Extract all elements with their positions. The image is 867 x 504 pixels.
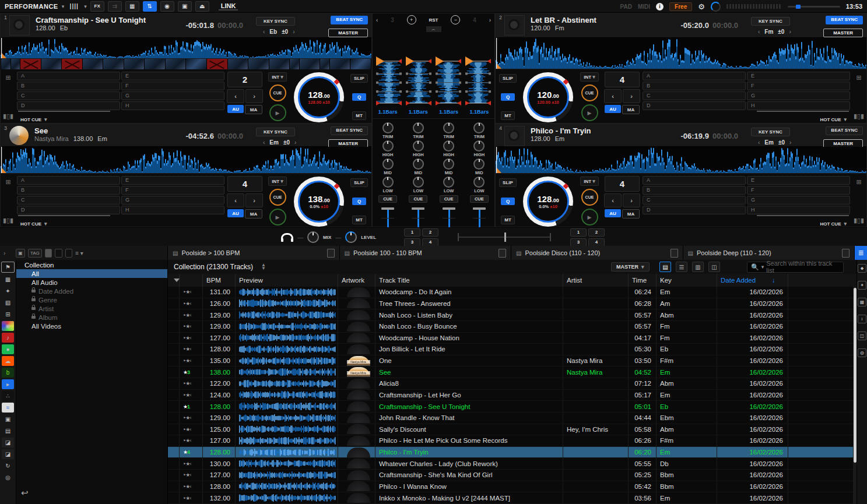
headphone-level-knob[interactable] bbox=[345, 231, 357, 243]
key-down-arrow[interactable]: ‹ bbox=[263, 29, 265, 35]
play-button[interactable]: ▶ bbox=[581, 209, 598, 225]
soundcloud-icon[interactable]: ☁ bbox=[2, 356, 14, 366]
tree-item-all[interactable]: All bbox=[16, 269, 167, 278]
tag-filter-button[interactable]: TAG bbox=[28, 249, 42, 258]
slip-button[interactable]: SLIP bbox=[350, 178, 368, 187]
collection-sort-icon[interactable]: ▲▼ bbox=[261, 263, 266, 271]
assign-button-1[interactable]: 1 bbox=[570, 228, 587, 237]
view-split-icon[interactable]: ◫ bbox=[708, 262, 720, 272]
matching-icon[interactable]: ▦ bbox=[858, 298, 866, 306]
pad-view-icon[interactable]: ⊞ bbox=[856, 74, 861, 82]
assign-button-4[interactable]: 4 bbox=[422, 238, 438, 246]
slip-button[interactable]: SLIP bbox=[499, 178, 517, 187]
beat-jump-fwd-button[interactable]: › bbox=[245, 89, 263, 103]
assign-button-2[interactable]: 2 bbox=[588, 228, 605, 237]
cell-preview-waveform[interactable] bbox=[239, 288, 336, 296]
streaming-red-icon[interactable]: ♪ bbox=[2, 333, 14, 343]
beat-jump-fwd-button[interactable]: › bbox=[245, 193, 263, 207]
plan-badge[interactable]: Free bbox=[669, 2, 692, 11]
hot-cue-pad-E[interactable]: E bbox=[121, 176, 224, 185]
track-row-16[interactable]: ‣★‹130.00Whatever Charles - Lady (Club R… bbox=[168, 458, 857, 470]
quantize-button[interactable]: Q bbox=[501, 93, 515, 101]
deck-waveform[interactable] bbox=[1, 147, 371, 174]
master-deck-dropdown[interactable]: MASTER▾ bbox=[611, 262, 650, 272]
cell-preview-waveform[interactable] bbox=[239, 437, 336, 445]
low-knob[interactable] bbox=[413, 177, 424, 188]
track-row-19[interactable]: ‣★‹132.00Inkko x Monoko - Making U v2 [2… bbox=[168, 492, 857, 504]
pad-scrollbar[interactable] bbox=[757, 111, 849, 112]
high-knob[interactable] bbox=[443, 140, 454, 151]
filter-funnel-icon[interactable] bbox=[168, 274, 180, 287]
key-down-arrow[interactable]: ‹ bbox=[758, 139, 760, 146]
key-sync-button[interactable]: KEY SYNC bbox=[256, 128, 295, 136]
explorer-icon[interactable]: ▣ bbox=[2, 414, 14, 424]
list-options-icon[interactable]: ≡ ▾ bbox=[75, 250, 83, 256]
hot-cue-pad-G[interactable]: G bbox=[747, 91, 850, 100]
view-columns-icon[interactable]: ▥ bbox=[692, 262, 704, 272]
fx-panel-button[interactable]: FX bbox=[90, 1, 104, 12]
play-button[interactable]: ▶ bbox=[269, 104, 286, 121]
beat-jump-back-button[interactable]: ‹ bbox=[227, 193, 244, 207]
pad-scrollbar[interactable] bbox=[18, 215, 110, 216]
key-up-arrow[interactable]: › bbox=[293, 29, 294, 35]
pad-scrollbar[interactable] bbox=[757, 215, 849, 216]
track-row-7[interactable]: ‣★‹135.00OneNastya Mira03:50F#m16/02/202… bbox=[168, 355, 857, 367]
hot-cue-pad-A[interactable]: A bbox=[643, 72, 746, 80]
deck-layout-icon[interactable]: |||| bbox=[68, 2, 80, 11]
tag-icon[interactable]: ⬥ bbox=[858, 264, 866, 273]
performance-pads-icon[interactable]: ▮▯▮ bbox=[3, 112, 13, 120]
hot-cue-pad-A[interactable]: A bbox=[17, 176, 120, 185]
sampler-icon[interactable]: ▧ bbox=[2, 298, 14, 308]
jog-wheel[interactable]: 120.00120.00 ±10 bbox=[523, 72, 573, 122]
track-row-1[interactable]: ‣★‹131.00Woodcamp - Do It Again06:24Em16… bbox=[168, 287, 857, 298]
track-row-10[interactable]: ‣★‹124.00Craftsmanship - Let Her Go05:17… bbox=[168, 390, 857, 401]
record-button[interactable]: ◉ bbox=[160, 1, 174, 12]
manual-button[interactable]: MA bbox=[245, 105, 262, 114]
hot-cue-pad-A[interactable]: A bbox=[643, 176, 746, 185]
slip-button[interactable]: SLIP bbox=[350, 74, 368, 83]
cell-preview-waveform[interactable] bbox=[239, 346, 336, 353]
tree-item-artist[interactable]: Artist bbox=[16, 304, 167, 313]
spotify-icon[interactable]: ● bbox=[2, 344, 14, 354]
track-row-11[interactable]: ★1128.00Craftsmanship - See U Tonight05:… bbox=[168, 401, 857, 413]
pad-view-icon[interactable]: ⊞ bbox=[5, 178, 10, 186]
track-row-14[interactable]: ‣★‹127.00Philco - He Let Me Pick Out Som… bbox=[168, 435, 857, 447]
collapse-chevron-icon[interactable]: ︿ bbox=[426, 26, 441, 32]
int-mode-dropdown[interactable]: INT ▾ bbox=[580, 177, 599, 186]
master-tempo-button[interactable]: MT bbox=[352, 111, 366, 120]
hot-cue-pad-C[interactable]: C bbox=[643, 91, 746, 100]
mid-knob[interactable] bbox=[413, 158, 424, 170]
midi-button[interactable]: MIDI bbox=[638, 3, 650, 10]
tidal-icon[interactable]: ≈ bbox=[2, 403, 14, 413]
chevron-down-icon[interactable]: ▾ bbox=[62, 3, 65, 9]
pad-view-icon[interactable]: ⊞ bbox=[5, 74, 10, 82]
column-blank[interactable] bbox=[788, 274, 857, 287]
hot-cue-pad-F[interactable]: F bbox=[121, 186, 224, 195]
color-filter-2[interactable] bbox=[55, 249, 62, 258]
pad-view-icon[interactable]: ⊞ bbox=[856, 178, 861, 186]
export-button[interactable]: ⏏ bbox=[195, 1, 209, 12]
beat-sync-button[interactable]: BEAT SYNC bbox=[826, 16, 863, 24]
channel-cue-button[interactable]: CUE bbox=[470, 195, 489, 203]
locked-source-icon[interactable]: ◪ bbox=[2, 438, 14, 447]
performance-pads-icon[interactable]: ▮▯▮ bbox=[854, 112, 864, 120]
beat-sync-button[interactable]: BEAT SYNC bbox=[826, 126, 863, 135]
deck-waveform[interactable] bbox=[496, 38, 866, 69]
master-tempo-button[interactable]: MT bbox=[501, 216, 515, 224]
high-knob[interactable] bbox=[382, 140, 394, 151]
hot-cue-pad-D[interactable]: D bbox=[643, 101, 746, 110]
mid-knob[interactable] bbox=[473, 158, 485, 170]
tab-page-icon[interactable] bbox=[499, 249, 506, 258]
cell-preview-waveform[interactable] bbox=[239, 357, 336, 365]
hot-cue-pad-C[interactable]: C bbox=[17, 196, 120, 205]
tree-root-collection[interactable]: Collection bbox=[16, 261, 167, 269]
color-filter-3[interactable] bbox=[65, 249, 72, 258]
int-mode-dropdown[interactable]: INT ▾ bbox=[268, 177, 287, 186]
mixer-panel-button[interactable]: ⇅ bbox=[143, 1, 157, 12]
reset-zoom-button[interactable]: RST bbox=[429, 17, 438, 23]
low-knob[interactable] bbox=[382, 177, 394, 188]
playlist-tab-1[interactable]: ▤Poolside > 100 BPM bbox=[168, 246, 340, 260]
mid-knob[interactable] bbox=[382, 158, 394, 170]
key-sync-button[interactable]: KEY SYNC bbox=[256, 17, 295, 26]
column-bpm[interactable]: BPM bbox=[203, 274, 236, 287]
